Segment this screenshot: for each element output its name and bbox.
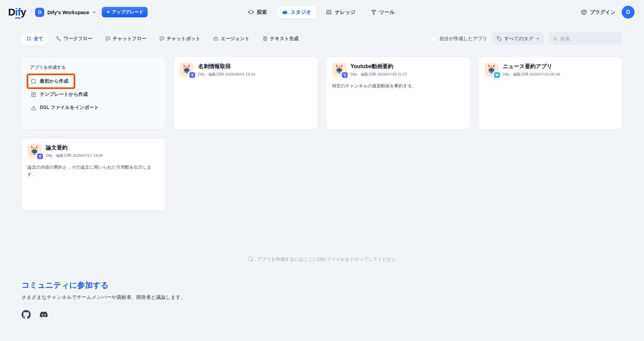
- app-grid: アプリを作成する 最初から作成 テンプレートから作成 DSL ファイルをインポー…: [22, 57, 622, 211]
- tab-text-generation[interactable]: テキスト生成: [258, 33, 303, 45]
- filter-bar: 全て ワークフロー チャットフロー チャットボット エージェント テキスト生成 …: [22, 32, 622, 45]
- dsl-dropzone-hint: アプリを作成するにはここにDSLファイルをドロップしてください: [0, 256, 644, 262]
- document-icon: [263, 36, 268, 41]
- app-title: 論文要約: [46, 144, 103, 151]
- create-app-card: アプリを作成する 最初から作成 テンプレートから作成 DSL ファイルをインポー…: [22, 57, 165, 130]
- planet-icon: [248, 9, 254, 15]
- book-icon: [326, 9, 332, 15]
- app-meta: Dify · 編集日時 2025/07/17 14:00: [46, 153, 103, 158]
- community-title-link[interactable]: コミュニティに参加する: [22, 280, 622, 290]
- agent-type-badge: [189, 72, 196, 79]
- dify-logo: Dify: [8, 6, 26, 18]
- tab-chatflow[interactable]: チャットフロー: [101, 33, 151, 45]
- header: Dify / D Dify's Workspace ✦ アップグレード 探索 ス…: [0, 0, 644, 24]
- app-type-tabs: 全て ワークフロー チャットフロー チャットボット エージェント テキスト生成: [22, 33, 303, 45]
- nav-plugins[interactable]: プラグイン: [581, 9, 616, 16]
- app-meta: Dify · 編集日時 2025/08/01 13:13: [198, 72, 255, 77]
- create-from-template-button[interactable]: テンプレートから作成: [30, 89, 88, 100]
- import-icon: [31, 105, 36, 111]
- grid-icon: [26, 36, 31, 41]
- chat-bubble-icon: [105, 36, 110, 41]
- tags-dropdown[interactable]: すべてのタグ: [492, 32, 544, 45]
- chevron-down-icon: [536, 37, 540, 40]
- tag-icon: [497, 36, 502, 41]
- community-subtitle: さまざまなチャンネルでチームメンバーや貢献者、開発者と議論します。: [22, 294, 622, 301]
- agent-type-badge: [341, 72, 348, 79]
- app-card[interactable]: 名刺情報取得 Dify · 編集日時 2025/08/01 13:13: [174, 57, 318, 130]
- workspace-avatar: D: [35, 8, 44, 17]
- app-title: ニュース要約アプリ: [503, 62, 560, 70]
- search-icon: [553, 36, 558, 41]
- app-title: Youtube動画要約: [351, 62, 407, 70]
- nav-explore[interactable]: 探索: [243, 6, 272, 19]
- app-card[interactable]: Youtube動画要約 Dify · 編集日時 2025/07/25 11:27…: [326, 57, 470, 130]
- search-box[interactable]: [549, 32, 622, 45]
- app-meta: Dify · 編集日時 2025/07/23 00:18: [503, 72, 560, 77]
- cube-icon: [581, 9, 587, 15]
- tab-agent[interactable]: エージェント: [209, 33, 254, 45]
- agent-type-badge: [36, 153, 44, 160]
- import-dsl-button[interactable]: DSL ファイルをインポート: [30, 102, 100, 113]
- workspace-selector[interactable]: D Dify's Workspace: [35, 8, 96, 17]
- drop-file-icon: [248, 256, 254, 262]
- nav-knowledge[interactable]: ナレッジ: [321, 6, 360, 19]
- app-card[interactable]: ニュース要約アプリ Dify · 編集日時 2025/07/23 00:18: [479, 57, 622, 130]
- nav-tools[interactable]: ツール: [366, 6, 400, 19]
- search-input[interactable]: [560, 36, 618, 41]
- upgrade-button[interactable]: ✦ アップグレード: [102, 7, 148, 18]
- app-description: 論文の内容の要約と，その論文に用いられた引用数を出力します．: [27, 164, 160, 178]
- chatbot-type-badge: [493, 72, 501, 79]
- my-apps-checkbox[interactable]: [430, 36, 436, 42]
- workspace-name: Dify's Workspace: [47, 9, 89, 15]
- main-nav: 探索 スタジオ ナレッジ ツール: [243, 6, 400, 19]
- agent-robot-icon: [213, 36, 218, 41]
- divider: /: [30, 8, 32, 16]
- workflow-icon: [56, 36, 61, 41]
- create-blank-icon: [31, 79, 36, 84]
- app-card[interactable]: 論文要約 Dify · 編集日時 2025/07/17 14:00 論文の内容の…: [22, 138, 165, 211]
- community-section: コミュニティに参加する さまざまなチャンネルでチームメンバーや貢献者、開発者と議…: [22, 280, 622, 319]
- template-icon: [31, 92, 36, 97]
- my-apps-filter[interactable]: 自分が作成したアプリ: [430, 36, 487, 42]
- nav-studio[interactable]: スタジオ: [277, 6, 316, 19]
- discord-icon[interactable]: [39, 311, 49, 318]
- hammer-icon: [371, 9, 377, 15]
- create-from-blank-button[interactable]: 最初から作成: [30, 76, 69, 87]
- app-title: 名刺情報取得: [198, 62, 255, 70]
- tab-chatbot[interactable]: チャットボット: [155, 33, 205, 45]
- chevron-down-icon: [92, 10, 96, 14]
- tab-all[interactable]: 全て: [22, 33, 48, 45]
- app-meta: Dify · 編集日時 2025/07/25 11:27: [351, 72, 407, 77]
- user-avatar[interactable]: D: [622, 6, 635, 19]
- app-description: 特定のチャンネルの最新動画を要約する.: [332, 82, 464, 89]
- robot-icon: [282, 9, 288, 15]
- github-icon[interactable]: [22, 310, 31, 319]
- sparkle-icon: ✦: [106, 10, 110, 15]
- tab-workflow[interactable]: ワークフロー: [51, 33, 97, 45]
- create-card-title: アプリを作成する: [30, 64, 157, 70]
- chat-bubble-icon: [159, 36, 164, 41]
